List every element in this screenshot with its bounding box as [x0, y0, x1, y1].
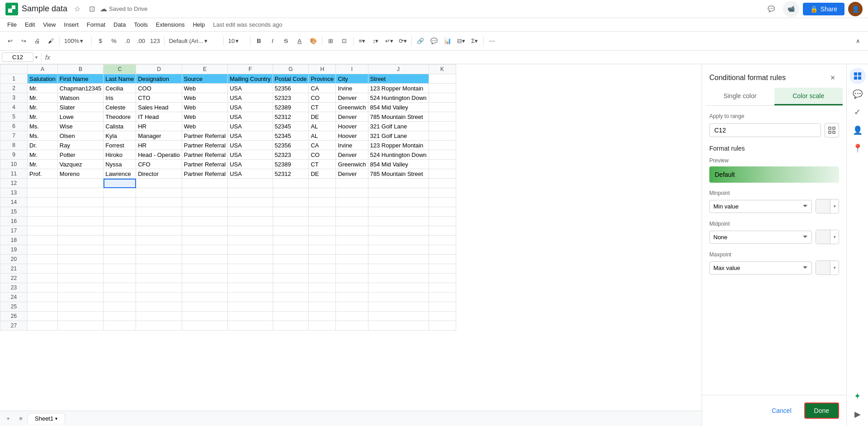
- cell-i2[interactable]: Irvine: [336, 84, 368, 93]
- print-button[interactable]: 🖨: [31, 35, 43, 47]
- cell-a12[interactable]: [28, 179, 58, 188]
- tasks-icon[interactable]: ✓: [849, 104, 866, 120]
- cell-k12[interactable]: [429, 179, 456, 188]
- decimal-more-button[interactable]: .00: [135, 35, 147, 47]
- cell-c2[interactable]: Cecilia: [104, 84, 136, 93]
- cell-b12[interactable]: [57, 179, 104, 188]
- cell-a7[interactable]: Ms.: [28, 131, 58, 141]
- cell-f9[interactable]: USA: [228, 150, 273, 160]
- cell-c8[interactable]: Forrest: [104, 141, 136, 150]
- cell-c4[interactable]: Celeste: [104, 103, 136, 112]
- cell-k2[interactable]: [429, 84, 456, 93]
- cell-c10[interactable]: Nyssa: [104, 160, 136, 169]
- expand-icon[interactable]: ▶: [849, 406, 866, 422]
- cell-e7[interactable]: Partner Referral: [182, 131, 227, 141]
- cell-c7[interactable]: Kyla: [104, 131, 136, 141]
- cell-j10[interactable]: 854 Mid Valley: [368, 160, 429, 169]
- cell-f2[interactable]: USA: [228, 84, 273, 93]
- cell-f8[interactable]: USA: [228, 141, 273, 150]
- tab-color-scale[interactable]: Color scale: [774, 88, 843, 105]
- cell-b1[interactable]: First Name: [57, 74, 104, 84]
- cell-c5[interactable]: Theodore: [104, 112, 136, 122]
- italic-button[interactable]: I: [266, 35, 279, 47]
- filter-button[interactable]: ⊟▾: [455, 35, 467, 47]
- cell-h5[interactable]: DE: [309, 112, 336, 122]
- cell-f1[interactable]: Mailing Country: [228, 74, 273, 84]
- star-icon[interactable]: ☆: [71, 3, 84, 15]
- cell-g3[interactable]: 52323: [273, 93, 309, 103]
- tab-single-color[interactable]: Single color: [706, 88, 774, 105]
- cell-d12[interactable]: [136, 179, 182, 188]
- cell-a11[interactable]: Prof.: [28, 169, 58, 179]
- col-header-h[interactable]: H: [309, 65, 336, 74]
- col-header-g[interactable]: G: [273, 65, 309, 74]
- cell-h7[interactable]: AL: [309, 131, 336, 141]
- cell-g8[interactable]: 52356: [273, 141, 309, 150]
- strikethrough-button[interactable]: S: [280, 35, 292, 47]
- cell-h4[interactable]: CT: [309, 103, 336, 112]
- midpoint-color-swatch[interactable]: [816, 230, 830, 244]
- maxpoint-color-dropdown[interactable]: ▾: [830, 261, 839, 275]
- cell-f11[interactable]: USA: [228, 169, 273, 179]
- cell-i9[interactable]: Denver: [336, 150, 368, 160]
- cell-b8[interactable]: Ray: [57, 141, 104, 150]
- range-input[interactable]: [709, 123, 821, 137]
- col-header-e[interactable]: E: [182, 65, 227, 74]
- cell-b6[interactable]: Wise: [57, 122, 104, 131]
- currency-button[interactable]: $: [94, 35, 107, 47]
- cell-j12[interactable]: [368, 179, 429, 188]
- cell-h12[interactable]: [309, 179, 336, 188]
- midpoint-color-dropdown[interactable]: ▾: [830, 230, 839, 244]
- cell-k8[interactable]: [429, 141, 456, 150]
- cell-g10[interactable]: 52389: [273, 160, 309, 169]
- cell-f5[interactable]: USA: [228, 112, 273, 122]
- cell-d4[interactable]: Sales Head: [136, 103, 182, 112]
- cell-h10[interactable]: CT: [309, 160, 336, 169]
- link-button[interactable]: 🔗: [414, 35, 427, 47]
- col-header-c[interactable]: C: [104, 65, 136, 74]
- cell-k7[interactable]: [429, 131, 456, 141]
- maps-icon[interactable]: 📍: [849, 140, 866, 156]
- cell-f7[interactable]: USA: [228, 131, 273, 141]
- cell-b11[interactable]: Moreno: [57, 169, 104, 179]
- cell-b7[interactable]: Olsen: [57, 131, 104, 141]
- cell-d10[interactable]: CFO: [136, 160, 182, 169]
- avatar[interactable]: 👤: [848, 2, 863, 16]
- cell-d2[interactable]: COO: [136, 84, 182, 93]
- cell-e5[interactable]: Web: [182, 112, 227, 122]
- wrap-button[interactable]: ↵▾: [383, 35, 396, 47]
- cell-b5[interactable]: Lowe: [57, 112, 104, 122]
- menu-help[interactable]: Help: [189, 19, 208, 30]
- decimal-less-button[interactable]: .0: [121, 35, 134, 47]
- cell-i11[interactable]: Denver: [336, 169, 368, 179]
- cell-h3[interactable]: CO: [309, 93, 336, 103]
- valign-button[interactable]: ↕▾: [369, 35, 382, 47]
- cell-k6[interactable]: [429, 122, 456, 131]
- cell-e2[interactable]: Web: [182, 84, 227, 93]
- chat-sidebar-icon[interactable]: 💬: [849, 86, 866, 102]
- cell-b3[interactable]: Watson: [57, 93, 104, 103]
- maxpoint-type-select[interactable]: Max value Number Percent Percentile: [709, 261, 812, 275]
- cell-f3[interactable]: USA: [228, 93, 273, 103]
- cell-d6[interactable]: HR: [136, 122, 182, 131]
- cell-g6[interactable]: 52345: [273, 122, 309, 131]
- cell-b9[interactable]: Potter: [57, 150, 104, 160]
- cell-i4[interactable]: Greenwich: [336, 103, 368, 112]
- cell-g2[interactable]: 52356: [273, 84, 309, 93]
- cell-d8[interactable]: HR: [136, 141, 182, 150]
- col-header-i[interactable]: I: [336, 65, 368, 74]
- menu-tools[interactable]: Tools: [130, 19, 151, 30]
- cell-h2[interactable]: CA: [309, 84, 336, 93]
- cell-e9[interactable]: Partner Referral: [182, 150, 227, 160]
- font-family-select[interactable]: Default (Ari... ▾: [167, 35, 221, 47]
- cell-a5[interactable]: Mr.: [28, 112, 58, 122]
- cell-a6[interactable]: Ms.: [28, 122, 58, 131]
- cell-k5[interactable]: [429, 112, 456, 122]
- formula-input[interactable]: [52, 54, 866, 61]
- cell-d7[interactable]: Manager: [136, 131, 182, 141]
- cell-g9[interactable]: 52323: [273, 150, 309, 160]
- cell-b4[interactable]: Slater: [57, 103, 104, 112]
- cell-a3[interactable]: Mr.: [28, 93, 58, 103]
- cell-a2[interactable]: Mr.: [28, 84, 58, 93]
- cell-k11[interactable]: [429, 169, 456, 179]
